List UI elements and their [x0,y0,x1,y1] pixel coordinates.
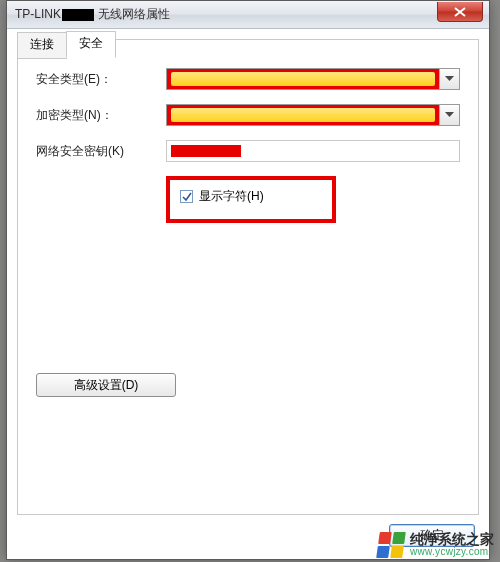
titlebar: TP-LINK 无线网络属性 [7,1,489,29]
dropdown-arrow[interactable] [439,69,459,89]
dialog-footer: 确定 [389,524,475,547]
encryption-type-label: 加密类型(N)： [36,107,166,124]
window-title: TP-LINK 无线网络属性 [15,6,489,23]
show-characters-checkbox[interactable] [180,190,193,203]
network-key-input[interactable] [166,140,460,162]
form-area: 安全类型(E)： 加密类型(N)： 网络安全密钥(K [18,40,478,409]
advanced-settings-button[interactable]: 高级设置(D) [36,373,176,397]
encryption-type-value-redacted [167,105,439,125]
security-type-value-redacted [167,69,439,89]
dialog-window: TP-LINK 无线网络属性 连接 安全 安全类型(E)： [6,0,490,560]
title-prefix: TP-LINK [15,7,61,21]
security-type-label: 安全类型(E)： [36,71,166,88]
row-security-type: 安全类型(E)： [36,68,460,90]
encryption-type-dropdown[interactable] [166,104,460,126]
tab-connection[interactable]: 连接 [17,32,67,59]
checkmark-icon [182,192,192,202]
title-suffix: 无线网络属性 [98,7,170,21]
show-characters-row: 显示字符(H) [180,188,322,205]
show-characters-highlight: 显示字符(H) [166,176,336,223]
ok-button[interactable]: 确定 [389,524,475,547]
security-type-dropdown[interactable] [166,68,460,90]
show-characters-label: 显示字符(H) [199,188,264,205]
tab-panel: 安全类型(E)： 加密类型(N)： 网络安全密钥(K [17,39,479,515]
row-network-key: 网络安全密钥(K) [36,140,460,162]
chevron-down-icon [445,112,454,118]
row-encryption-type: 加密类型(N)： [36,104,460,126]
close-button[interactable] [437,2,483,22]
tab-security[interactable]: 安全 [66,31,116,58]
close-icon [454,7,466,17]
title-redaction [62,9,94,21]
chevron-down-icon [445,76,454,82]
network-key-label: 网络安全密钥(K) [36,143,166,160]
network-key-value-redacted [171,145,241,157]
tab-strip: 连接 安全 [17,31,115,58]
dropdown-arrow[interactable] [439,105,459,125]
